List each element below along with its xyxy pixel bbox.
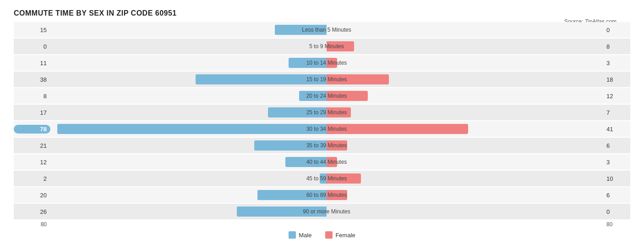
female-value: 7	[603, 109, 630, 116]
female-value: 41	[603, 126, 630, 133]
male-bar	[275, 25, 327, 35]
bars-area: 45 to 59 Minutes	[50, 171, 603, 186]
bars-area: 25 to 29 Minutes	[50, 105, 603, 120]
male-bar	[237, 207, 327, 217]
axis-left-label: 80	[14, 221, 50, 228]
female-value: 8	[603, 43, 630, 50]
bars-area: 15 to 19 Minutes	[50, 72, 603, 87]
female-bar	[327, 124, 468, 134]
legend: Male Female	[14, 231, 630, 239]
male-value: 20	[14, 192, 50, 199]
female-bar	[327, 157, 337, 167]
bars-area: Less than 5 Minutes	[50, 22, 603, 38]
female-value: 3	[603, 159, 630, 166]
legend-female: Female	[325, 231, 355, 239]
bars-area: 30 to 34 Minutes	[50, 121, 603, 137]
female-legend-label: Female	[335, 232, 355, 239]
chart-row: 1725 to 29 Minutes7	[14, 105, 630, 120]
female-value: 12	[603, 93, 630, 100]
chart-row: 05 to 9 Minutes8	[14, 39, 630, 54]
male-bar	[254, 140, 327, 151]
bars-area: 10 to 14 Minutes	[50, 55, 603, 71]
bars-area: 5 to 9 Minutes	[50, 39, 603, 54]
female-bar	[327, 74, 389, 84]
chart-row: 2135 to 39 Minutes6	[14, 138, 630, 153]
female-bar	[327, 140, 347, 151]
male-value: 38	[14, 76, 50, 83]
female-value: 18	[603, 76, 630, 83]
female-value: 3	[603, 60, 630, 67]
bars-area: 60 to 89 Minutes	[50, 187, 603, 203]
chart-row: 820 to 24 Minutes12	[14, 88, 630, 104]
female-value: 10	[603, 175, 630, 182]
male-value: 2	[14, 175, 50, 182]
female-bar	[327, 91, 368, 101]
female-bar	[327, 173, 361, 184]
chart-container: 15Less than 5 Minutes005 to 9 Minutes811…	[14, 22, 630, 219]
male-legend-label: Male	[299, 232, 311, 239]
male-bar	[299, 91, 327, 101]
chart-row: 2690 or more Minutes0	[14, 204, 630, 219]
male-value: 8	[14, 93, 50, 100]
female-bar	[327, 190, 347, 200]
female-bar	[327, 58, 337, 68]
male-value: 26	[14, 208, 50, 215]
female-value: 0	[603, 27, 630, 33]
male-value: 11	[14, 60, 50, 67]
chart-row: 7830 to 34 Minutes41	[14, 121, 630, 137]
male-value: 21	[14, 142, 50, 149]
male-value: 0	[14, 43, 50, 50]
male-bar	[289, 58, 327, 68]
male-value: 12	[14, 159, 50, 166]
male-value: 78	[14, 125, 50, 134]
male-value: 15	[14, 27, 50, 33]
female-value: 6	[603, 192, 630, 199]
chart-row: 3815 to 19 Minutes18	[14, 72, 630, 87]
female-bar	[327, 107, 351, 117]
female-value: 0	[603, 208, 630, 215]
male-bar	[196, 74, 327, 84]
chart-row: 1240 to 44 Minutes3	[14, 154, 630, 170]
bars-area: 40 to 44 Minutes	[50, 154, 603, 170]
chart-title: COMMUTE TIME BY SEX IN ZIP CODE 60951	[14, 9, 630, 17]
axis-row: 80 80	[14, 221, 630, 228]
male-bar	[257, 190, 327, 200]
female-bar	[327, 41, 354, 51]
female-legend-box	[325, 231, 333, 239]
male-legend-box	[289, 231, 296, 239]
male-bar	[57, 124, 327, 134]
axis-right-label: 80	[603, 221, 630, 228]
chart-row: 2060 to 89 Minutes6	[14, 187, 630, 203]
chart-row: 1110 to 14 Minutes3	[14, 55, 630, 71]
male-bar	[320, 173, 327, 184]
female-value: 6	[603, 142, 630, 149]
bars-area: 35 to 39 Minutes	[50, 138, 603, 153]
chart-row: 245 to 59 Minutes10	[14, 171, 630, 186]
male-bar	[285, 157, 327, 167]
chart-row: 15Less than 5 Minutes0	[14, 22, 630, 38]
male-bar	[268, 107, 327, 117]
male-value: 17	[14, 109, 50, 116]
bars-area: 20 to 24 Minutes	[50, 88, 603, 104]
bars-area: 90 or more Minutes	[50, 204, 603, 219]
legend-male: Male	[289, 231, 311, 239]
